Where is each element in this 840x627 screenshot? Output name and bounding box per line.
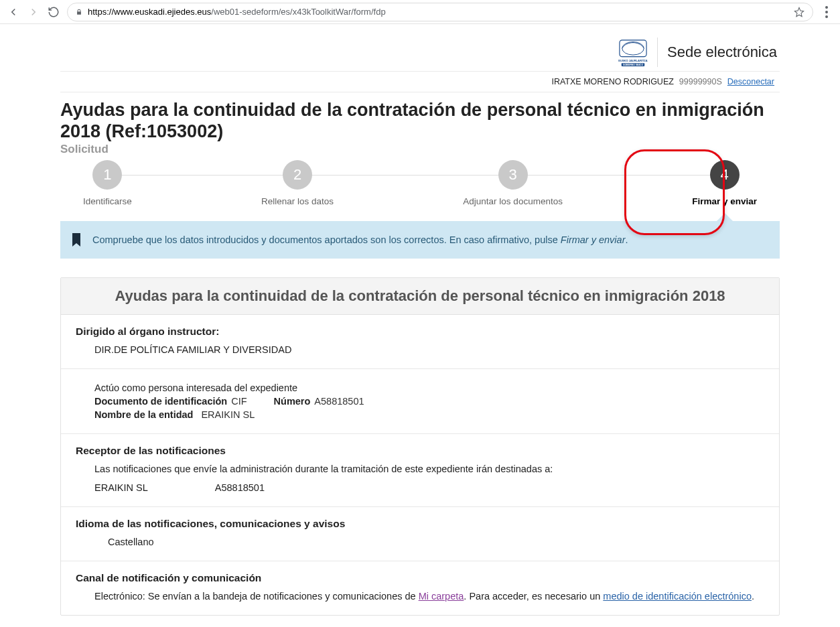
idioma-title: Idioma de las notificaciones, comunicaci…	[76, 518, 764, 530]
step-1-label: Identificarse	[83, 196, 132, 206]
user-bar: IRATXE MORENO RODRIGUEZ 99999990S Descon…	[60, 72, 780, 92]
browser-chrome: https://www.euskadi.ejiedes.eus/web01-se…	[0, 0, 840, 24]
site-name: Sede electrónica	[667, 44, 777, 61]
user-name: IRATXE MORENO RODRIGUEZ	[551, 77, 673, 86]
doc-id-type: CIF	[231, 396, 247, 407]
section-idioma: Idioma de las notificaciones, comunicaci…	[61, 507, 779, 561]
page-title: Ayudas para la continuidad de la contrat…	[60, 92, 780, 143]
doc-num-field: Número A58818501	[274, 396, 364, 407]
page-subtitle: Solicitud	[60, 143, 780, 156]
url-text: https://www.euskadi.ejiedes.eus/web01-se…	[88, 7, 386, 17]
panel-header: Ayudas para la continuidad de la contrat…	[61, 278, 779, 315]
step-2-label: Rellenar los datos	[261, 196, 334, 206]
stepper-container: 1 Identificarse 2 Rellenar los datos 3 A…	[60, 160, 780, 206]
summary-panel: Ayudas para la continuidad de la contrat…	[60, 277, 780, 616]
svg-point-0	[825, 6, 828, 9]
url-bar[interactable]: https://www.euskadi.ejiedes.eus/web01-se…	[67, 3, 813, 21]
svg-point-2	[825, 15, 828, 18]
user-id: 99999990S	[679, 77, 722, 86]
receptor-name: ERAIKIN SL	[94, 482, 148, 493]
medio-identificacion-link[interactable]: medio de identificación electrónico	[603, 591, 752, 602]
site-header: EUSKO JAURLARITZA GOBIERNO VASCO Sede el…	[60, 24, 780, 72]
back-button[interactable]	[7, 5, 20, 19]
step-2[interactable]: 2 Rellenar los datos	[261, 160, 334, 206]
step-3-label: Adjuntar los documentos	[463, 196, 563, 206]
entidad-label: Nombre de la entidad	[94, 409, 193, 420]
forward-button[interactable]	[27, 5, 40, 19]
step-4[interactable]: 4 Firmar y enviar	[692, 160, 757, 206]
dirigido-title: Dirigido al órgano instructor:	[76, 326, 764, 338]
reload-button[interactable]	[47, 5, 60, 19]
step-4-label: Firmar y enviar	[692, 196, 757, 206]
interesado-role: Actúo como persona interesada del expedi…	[94, 382, 764, 393]
reload-icon	[48, 6, 60, 18]
header-divider	[657, 38, 658, 67]
receptor-id: A58818501	[215, 482, 265, 493]
canal-title: Canal de notificación y comunicación	[76, 572, 764, 584]
bookmark-star-icon[interactable]	[794, 7, 804, 17]
dirigido-value: DIR.DE POLÍTICA FAMILIAR Y DIVERSIDAD	[76, 344, 764, 355]
receptor-title: Receptor de las notificaciones	[76, 445, 764, 457]
step-1-circle: 1	[92, 160, 122, 190]
svg-text:EUSKO JAURLARITZA: EUSKO JAURLARITZA	[618, 59, 647, 62]
lock-icon	[76, 7, 82, 17]
logout-link[interactable]: Desconectar	[727, 77, 774, 86]
canal-text: Electrónico: Se envían a la bandeja de n…	[76, 591, 764, 602]
step-2-circle: 2	[283, 160, 312, 190]
entidad-field: Nombre de la entidad ERAIKIN SL	[94, 409, 255, 420]
section-receptor: Receptor de las notificaciones Las notif…	[61, 434, 779, 507]
doc-id-field: Documento de identificación CIF	[94, 396, 247, 407]
idioma-value: Castellano	[76, 537, 764, 547]
info-banner: Compruebe que los datos introducidos y d…	[60, 221, 780, 259]
entidad-value: ERAIKIN SL	[201, 409, 255, 420]
mi-carpeta-link[interactable]: Mi carpeta	[419, 591, 464, 602]
euskadi-logo: EUSKO JAURLARITZA GOBIERNO VASCO	[618, 38, 648, 67]
step-3-circle: 3	[498, 160, 528, 190]
doc-num-label: Número	[274, 396, 311, 407]
section-interesado: Actúo como persona interesada del expedi…	[61, 369, 779, 434]
receptor-desc: Las notificaciones que envíe la administ…	[94, 464, 764, 474]
arrow-left-icon	[7, 6, 19, 18]
section-canal: Canal de notificación y comunicación Ele…	[61, 561, 779, 615]
doc-num-value: A58818501	[314, 396, 364, 407]
banner-text: Compruebe que los datos introducidos y d…	[92, 234, 628, 245]
step-4-circle: 4	[710, 160, 740, 190]
svg-point-1	[825, 11, 828, 13]
active-step-caret-icon	[715, 213, 734, 222]
arrow-right-icon	[27, 6, 40, 18]
step-1[interactable]: 1 Identificarse	[83, 160, 132, 206]
vertical-dots-icon	[825, 6, 828, 18]
step-3[interactable]: 3 Adjuntar los documentos	[463, 160, 563, 206]
stepper: 1 Identificarse 2 Rellenar los datos 3 A…	[60, 160, 780, 206]
svg-text:GOBIERNO VASCO: GOBIERNO VASCO	[623, 64, 643, 66]
chrome-menu-button[interactable]	[820, 5, 833, 19]
bookmark-icon	[71, 233, 82, 247]
section-dirigido: Dirigido al órgano instructor: DIR.DE PO…	[61, 315, 779, 369]
doc-id-label: Documento de identificación	[94, 396, 227, 407]
